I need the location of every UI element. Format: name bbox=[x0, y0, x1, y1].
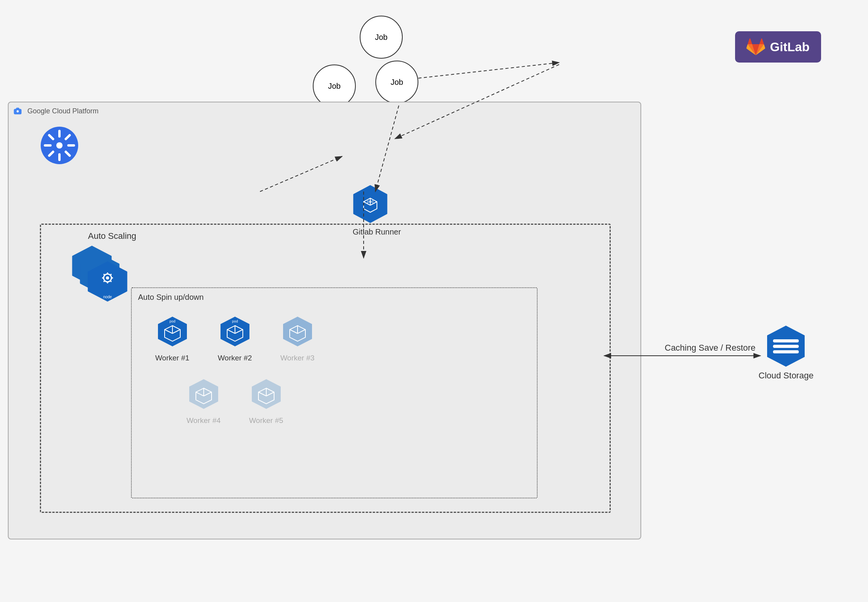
svg-text:pod: pod bbox=[232, 319, 238, 323]
svg-rect-5 bbox=[44, 144, 52, 147]
svg-text:pod: pod bbox=[169, 319, 175, 323]
gitlab-runner-icon: pod bbox=[353, 185, 388, 224]
gcp-icon bbox=[13, 106, 24, 116]
cloud-storage-container: Cloud Storage bbox=[759, 324, 814, 381]
svg-point-24 bbox=[106, 276, 109, 280]
job-circle-2: Job bbox=[313, 64, 356, 108]
job-circle-3: Job bbox=[375, 61, 418, 104]
worker-2: pod Worker #2 bbox=[218, 315, 252, 362]
auto-scaling-box: Auto Scaling node node node bbox=[40, 224, 611, 513]
job-label-1: Job bbox=[375, 33, 387, 42]
worker-3-label: Worker #3 bbox=[280, 354, 314, 362]
auto-scaling-label: Auto Scaling bbox=[88, 231, 136, 241]
gcp-label: Google Cloud Platform bbox=[13, 106, 99, 116]
svg-line-32 bbox=[104, 281, 105, 282]
node-stack: node node node bbox=[61, 244, 131, 316]
worker-4: Worker #4 bbox=[187, 378, 221, 425]
cloud-storage-label: Cloud Storage bbox=[759, 371, 814, 381]
svg-line-29 bbox=[104, 274, 105, 275]
worker-2-label: Worker #2 bbox=[218, 354, 252, 362]
auto-spin-label: Auto Spin up/down bbox=[138, 293, 204, 302]
job-label-2: Job bbox=[328, 82, 341, 91]
gitlab-icon bbox=[746, 38, 765, 56]
svg-rect-6 bbox=[67, 144, 75, 147]
cloud-storage-icon bbox=[764, 324, 807, 367]
svg-text:node: node bbox=[103, 295, 112, 299]
svg-rect-3 bbox=[58, 130, 61, 138]
auto-spin-box: Auto Spin up/down pod Worker #1 bbox=[131, 287, 538, 498]
svg-rect-61 bbox=[773, 339, 799, 342]
gcp-container: Google Cloud Platform pod bbox=[8, 102, 641, 539]
job-circle-1: Job bbox=[360, 16, 403, 59]
worker-1-label: Worker #1 bbox=[155, 354, 189, 362]
svg-point-2 bbox=[56, 142, 63, 149]
svg-line-30 bbox=[110, 281, 111, 282]
worker-5-label: Worker #5 bbox=[249, 416, 283, 425]
svg-rect-4 bbox=[58, 153, 61, 161]
gcp-text: Google Cloud Platform bbox=[27, 107, 99, 115]
worker-3: Worker #3 bbox=[280, 315, 314, 362]
svg-line-31 bbox=[110, 274, 111, 275]
worker-1: pod Worker #1 bbox=[155, 315, 189, 362]
svg-line-66 bbox=[418, 63, 559, 78]
caching-label: Caching Save / Restore bbox=[665, 342, 755, 354]
worker-5: Worker #5 bbox=[249, 378, 283, 425]
job-label-3: Job bbox=[391, 78, 403, 87]
worker-4-label: Worker #4 bbox=[187, 416, 221, 425]
svg-point-0 bbox=[16, 110, 19, 113]
svg-rect-63 bbox=[773, 350, 799, 353]
kubernetes-icon bbox=[40, 126, 79, 167]
svg-rect-62 bbox=[773, 345, 799, 348]
node-icons: node node node bbox=[61, 244, 131, 315]
gitlab-badge: GitLab bbox=[735, 31, 821, 63]
gitlab-label: GitLab bbox=[770, 40, 809, 54]
